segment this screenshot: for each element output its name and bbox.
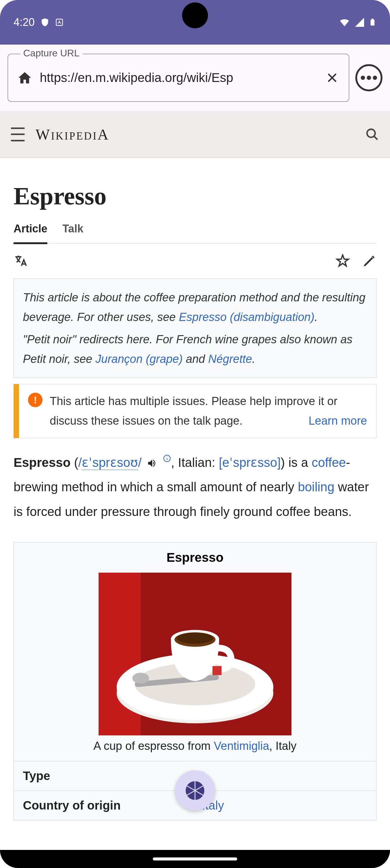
link-boiling[interactable]: boiling — [298, 480, 334, 494]
lead-paragraph: Espresso (/ɛˈsprɛsoʊ/ , Italian: [eˈsprɛ… — [13, 447, 377, 542]
italian-label: , Italian: — [171, 456, 219, 470]
infobox-label-type: Type — [23, 769, 202, 783]
url-legend: Capture URL — [20, 48, 83, 59]
link-coffee[interactable]: coffee — [312, 456, 346, 470]
close-icon — [326, 71, 339, 84]
camera-fab[interactable] — [175, 770, 215, 811]
issues-text: This article has multiple issues. Please… — [50, 395, 337, 427]
lead-post1: ) is a — [280, 456, 312, 470]
battery-icon — [369, 16, 377, 28]
edit-pencil-icon[interactable] — [362, 254, 377, 268]
tab-talk[interactable]: Talk — [62, 222, 83, 243]
ipa-slash2[interactable]: / — [138, 456, 142, 470]
clear-url-button[interactable] — [325, 70, 340, 85]
link-disambiguation[interactable]: Espresso (disambiguation) — [179, 311, 314, 323]
aperture-icon — [186, 781, 204, 800]
infobox-value-type: t — [202, 769, 367, 783]
url-capture-bar: Capture URL https://en.m.wikipedia.org/w… — [0, 44, 390, 111]
ipa-english[interactable]: ɛˈsprɛsoʊ — [82, 456, 138, 470]
infobox-image[interactable] — [98, 572, 292, 735]
site-logo[interactable]: WikipediA — [36, 126, 354, 143]
system-nav-bar — [0, 850, 390, 868]
url-field[interactable]: Capture URL https://en.m.wikipedia.org/w… — [7, 54, 349, 102]
infobox-caption: A cup of espresso from Ventimiglia, Ital… — [14, 735, 376, 761]
search-button[interactable] — [365, 127, 379, 141]
lead-bold: Espresso — [13, 456, 70, 470]
wifi-icon — [338, 16, 351, 28]
lead-open: ( — [70, 456, 78, 470]
warning-icon: ! — [28, 393, 42, 407]
page-content: Espresso Article Talk This article is ab… — [0, 158, 390, 820]
svg-rect-15 — [212, 666, 221, 675]
language-icon[interactable] — [13, 254, 28, 268]
link-ventimiglia[interactable]: Ventimiglia — [214, 740, 269, 752]
page-tabs: Article Talk — [13, 222, 377, 244]
app-badge-icon — [55, 18, 64, 27]
infobox-title: Espresso — [14, 542, 376, 572]
link-jurancon[interactable]: Jurançon (grape) — [95, 352, 183, 365]
svg-rect-0 — [56, 19, 63, 26]
svg-point-3 — [367, 129, 375, 137]
status-time: 4:20 — [13, 16, 35, 29]
infobox-label-country: Country of origin — [23, 799, 202, 812]
svg-rect-1 — [371, 20, 374, 26]
link-negrette[interactable]: Négrette — [208, 352, 252, 365]
nav-handle[interactable] — [153, 858, 237, 861]
ipa-slash1[interactable]: / — [78, 456, 82, 470]
page-tools — [13, 244, 377, 278]
svg-point-11 — [132, 673, 149, 684]
page-title: Espresso — [13, 158, 377, 222]
hatnote2-post: . — [252, 352, 255, 365]
watch-star-icon[interactable] — [335, 254, 350, 268]
home-icon[interactable] — [17, 70, 32, 85]
camera-notch — [182, 2, 208, 28]
svg-rect-2 — [371, 19, 374, 20]
caption-pre: A cup of espresso from — [93, 740, 214, 752]
audio-icon[interactable] — [147, 458, 158, 469]
main-menu-button[interactable] — [11, 127, 25, 141]
hatnote1-post: . — [314, 311, 318, 323]
tab-article[interactable]: Article — [13, 222, 47, 244]
svg-point-14 — [177, 633, 213, 644]
signal-icon — [354, 17, 365, 28]
ipa-italian[interactable]: [eˈsprɛsso] — [219, 456, 280, 470]
shield-icon — [40, 18, 50, 27]
hatnote2-mid: and — [183, 352, 208, 365]
site-header: WikipediA — [0, 111, 390, 158]
issues-box: ! This article has multiple issues. Plea… — [13, 384, 377, 438]
more-options-button[interactable] — [355, 64, 383, 91]
caption-post: , Italy — [269, 740, 297, 752]
url-text: https://en.m.wikipedia.org/wiki/Esp — [40, 70, 317, 85]
info-icon[interactable] — [163, 455, 171, 462]
more-horizontal-icon — [361, 76, 377, 80]
learn-more-link[interactable]: Learn more — [309, 411, 367, 431]
hatnote-box: This article is about the coffee prepara… — [13, 278, 377, 378]
